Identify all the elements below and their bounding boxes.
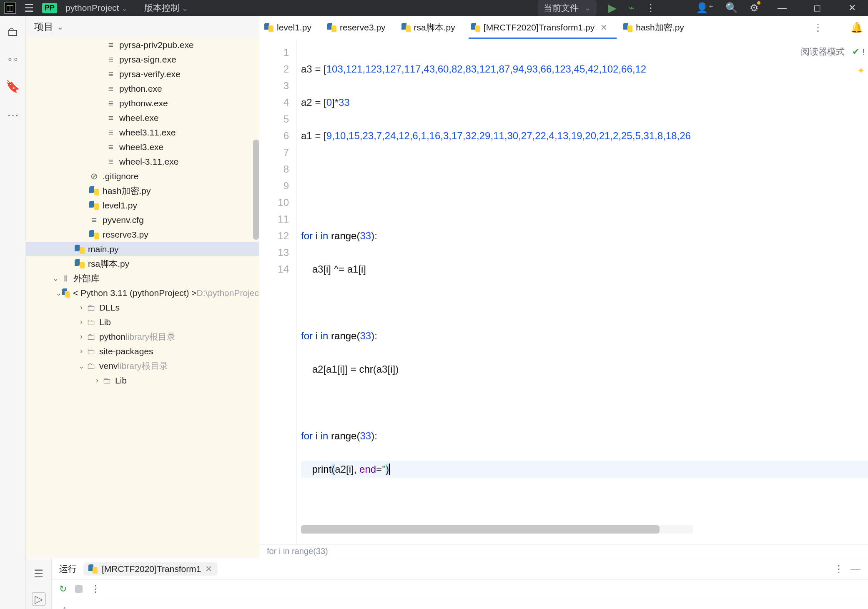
tree-row[interactable]: reserve3.py xyxy=(26,227,259,242)
tree-row[interactable]: level1.py xyxy=(26,198,259,213)
collaborate-icon[interactable]: 👤⁺ xyxy=(696,2,714,14)
tree-row[interactable]: ⌄< Python 3.11 (pythonProject) > D:\pyth… xyxy=(26,286,259,300)
tree-row[interactable]: ≡pyrsa-sign.exe xyxy=(26,52,259,67)
run-panel-options-icon[interactable]: ⋮ xyxy=(834,563,844,575)
python-icon xyxy=(89,186,99,195)
expand-icon[interactable]: ⌄ xyxy=(55,288,62,298)
editor-tab[interactable]: level1.py xyxy=(264,16,311,39)
tree-row[interactable]: hash加密.py xyxy=(26,183,259,198)
tree-row[interactable]: ≡pythonw.exe xyxy=(26,96,259,110)
tree-row[interactable]: ⌄🗀venv library根目录 xyxy=(26,358,259,373)
expand-icon[interactable]: › xyxy=(93,376,102,385)
tree-row[interactable]: ⌄⫴外部库 xyxy=(26,271,259,286)
tree-row[interactable]: ≡wheel3.11.exe xyxy=(26,125,259,140)
gitignore-icon: ⊘ xyxy=(89,171,99,181)
file-icon: ≡ xyxy=(106,142,116,152)
editor-status: 阅读器模式 ✔ ! xyxy=(801,43,865,60)
scroll-up-icon[interactable]: ↑ xyxy=(62,603,67,609)
scroll-thumb[interactable] xyxy=(253,140,259,240)
file-icon: ≡ xyxy=(89,215,99,225)
project-panel-header[interactable]: 项目⌄ xyxy=(26,16,259,38)
more-tool-icon[interactable]: ⋯ xyxy=(7,108,19,122)
tree-row[interactable]: ⊘.gitignore xyxy=(26,169,259,183)
close-icon[interactable]: ✕ xyxy=(600,23,607,33)
expand-icon[interactable]: › xyxy=(77,347,86,356)
search-icon[interactable]: 🔍 xyxy=(725,2,738,14)
left-tool-rail: 🗀 ∘∘ 🔖 ⋯ xyxy=(0,16,26,609)
pycharm-icon: ◫ xyxy=(4,2,16,14)
editor-tab[interactable]: rsa脚本.py xyxy=(401,16,455,39)
more-icon[interactable]: ⋮ xyxy=(646,2,656,14)
debug-icon[interactable]: ⌁ xyxy=(628,2,634,14)
tab-overflow-icon[interactable]: ⋮ xyxy=(813,22,823,33)
run-tab[interactable]: [MRCTF2020]Transform1 ✕ xyxy=(83,562,218,576)
tree-row[interactable]: ≡wheel.exe xyxy=(26,110,259,125)
console-side-icons: ↑ ↓ ⇥ ⎙ 🗑 xyxy=(52,598,78,609)
tree-row[interactable]: ≡pyrsa-verify.exe xyxy=(26,67,259,81)
reader-mode-label[interactable]: 阅读器模式 xyxy=(801,43,845,60)
inspection-ok-icon[interactable]: ✔ ! xyxy=(852,43,865,60)
bottom-tool-rail: ☰ ▷ ⌬ ⌸ ▣ ▢_ ⊘ ⎋ xyxy=(26,558,52,609)
file-icon: ≡ xyxy=(106,55,116,65)
run-icon[interactable]: ▶ xyxy=(608,2,617,15)
tree-row[interactable]: ›🗀python library根目录 xyxy=(26,329,259,344)
code-area[interactable]: 1234567891011121314 a3 = [103,121,123,12… xyxy=(259,39,868,544)
project-tool-icon[interactable]: 🗀 xyxy=(7,25,19,39)
code-text[interactable]: a3 = [103,121,123,127,117,43,60,82,83,12… xyxy=(297,39,868,544)
tree-row[interactable]: ≡wheel3.exe xyxy=(26,140,259,154)
expand-icon[interactable]: ⌄ xyxy=(77,361,86,371)
tree-row[interactable]: ≡pyvenv.cfg xyxy=(26,213,259,227)
tree-row[interactable]: ›🗀DLLs xyxy=(26,300,259,315)
expand-icon[interactable]: › xyxy=(77,318,86,326)
python-icon xyxy=(88,564,98,574)
expand-icon[interactable]: › xyxy=(77,332,86,341)
bookmarks-tool-icon[interactable]: 🔖 xyxy=(5,80,20,93)
run-tool-icon[interactable]: ▷ xyxy=(32,592,46,606)
todo-icon[interactable]: ☰ xyxy=(34,567,43,580)
rerun-icon[interactable]: ↻ xyxy=(59,584,67,594)
editor-tab[interactable]: reserve3.py xyxy=(327,16,386,39)
console-output[interactable]: D:\pythonProject\venv\Scripts\python.exe… xyxy=(78,598,868,609)
ai-assist-icon[interactable]: ✦ xyxy=(857,63,865,79)
tree-row[interactable]: ›🗀Lib xyxy=(26,373,259,388)
expand-icon[interactable]: › xyxy=(77,303,86,312)
file-icon: ≡ xyxy=(106,157,116,167)
line-gutter: 1234567891011121314 xyxy=(259,39,297,544)
breadcrumb[interactable]: for i in range(33) xyxy=(259,544,868,558)
tree-row[interactable]: rsa脚本.py xyxy=(26,256,259,271)
python-icon xyxy=(89,201,99,210)
python-icon xyxy=(623,23,632,32)
settings-icon[interactable]: ⚙ xyxy=(750,2,759,14)
tree-row[interactable]: main.py xyxy=(26,242,259,256)
project-badge: PP xyxy=(42,3,57,13)
version-control-menu[interactable]: 版本控制⌄ xyxy=(144,2,188,14)
run-config-selector[interactable]: 当前文件⌄ xyxy=(538,0,597,16)
tree-row[interactable]: ›🗀Lib xyxy=(26,315,259,329)
tree-row[interactable]: ≡python.exe xyxy=(26,81,259,96)
tree-row[interactable]: ≡pyrsa-priv2pub.exe xyxy=(26,38,259,52)
horizontal-scrollbar[interactable] xyxy=(301,525,693,534)
editor-tab[interactable]: [MRCTF2020]Transform1.py✕ xyxy=(471,16,607,39)
library-icon: ⫴ xyxy=(60,273,70,283)
file-icon: ≡ xyxy=(106,40,116,50)
structure-tool-icon[interactable]: ∘∘ xyxy=(7,54,19,65)
expand-icon[interactable]: ⌄ xyxy=(51,274,60,283)
close-icon[interactable]: ✕ xyxy=(205,564,213,574)
project-tree[interactable]: ≡pyrsa-priv2pub.exe≡pyrsa-sign.exe≡pyrsa… xyxy=(26,38,259,558)
close-button[interactable]: ✕ xyxy=(840,3,864,13)
minimize-button[interactable]: — xyxy=(770,3,794,13)
editor-tabs: level1.pyreserve3.pyrsa脚本.py[MRCTF2020]T… xyxy=(259,16,868,39)
titlebar: ◫ ☰ PP pythonProject⌄ 版本控制⌄ 当前文件⌄ ▶ ⌁ ⋮ … xyxy=(0,0,868,16)
maximize-button[interactable]: ◻ xyxy=(805,3,829,13)
folder-icon: 🗀 xyxy=(86,303,96,313)
editor-tab[interactable]: hash加密.py xyxy=(623,16,684,39)
stop-icon[interactable] xyxy=(75,585,83,593)
hide-panel-icon[interactable]: — xyxy=(850,563,860,575)
tree-row[interactable]: ≡wheel-3.11.exe xyxy=(26,154,259,169)
run-more-icon[interactable]: ⋮ xyxy=(91,584,100,594)
main-menu-icon[interactable]: ☰ xyxy=(24,2,34,15)
tree-row[interactable]: ›🗀site-packages xyxy=(26,344,259,358)
project-name[interactable]: pythonProject⌄ xyxy=(65,3,128,13)
ide-window: ◫ ☰ PP pythonProject⌄ 版本控制⌄ 当前文件⌄ ▶ ⌁ ⋮ … xyxy=(0,0,868,589)
notifications-icon[interactable]: 🔔 xyxy=(850,22,863,33)
